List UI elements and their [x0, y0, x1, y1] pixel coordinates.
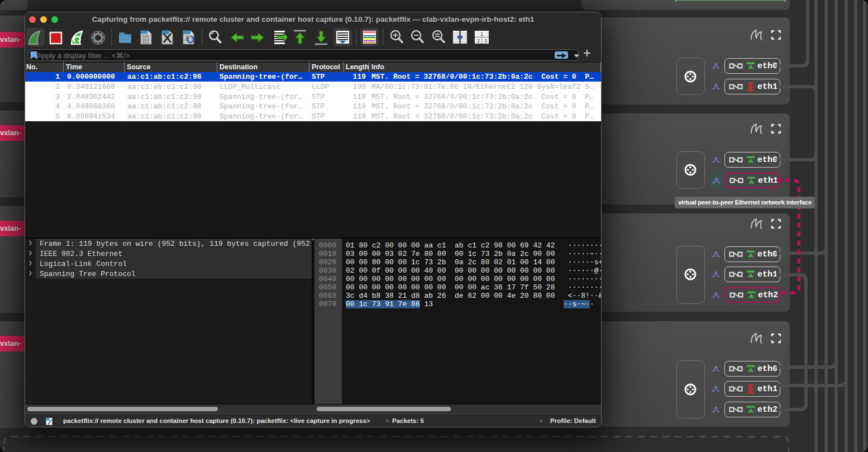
svg-text:2: 2 — [477, 38, 480, 44]
svg-text:0111: 0111 — [142, 41, 149, 45]
svg-text:3: 3 — [484, 38, 487, 44]
svg-text:1: 1 — [480, 31, 483, 37]
